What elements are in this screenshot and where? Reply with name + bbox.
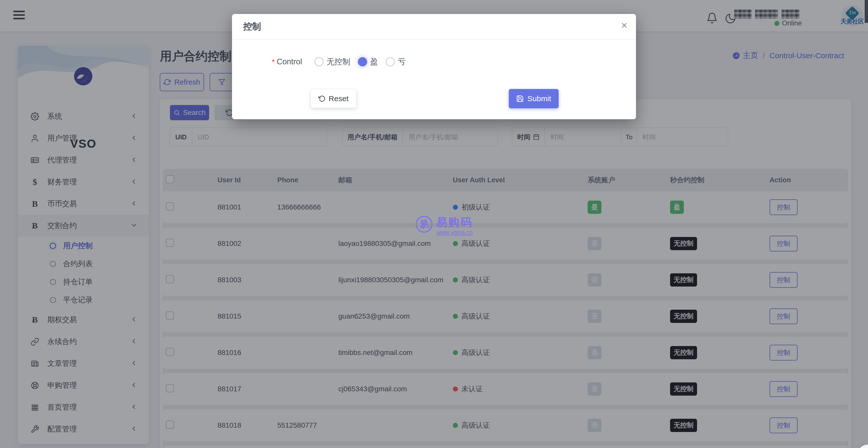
control-modal: 控制 × * Control 无控制 盈 亏 Reset [232, 14, 636, 119]
watermark-url: www.ygma.cn [437, 229, 473, 236]
control-field-label: Control [277, 57, 302, 66]
save-icon [516, 95, 524, 102]
modal-reset-button[interactable]: Reset [311, 90, 356, 108]
app-root: Online Tm 天美社区 VSO 系统 [0, 0, 868, 448]
watermark-logo-icon: 易 [414, 214, 434, 234]
radio-option-label: 无控制 [327, 57, 350, 67]
radio-icon[interactable] [386, 57, 395, 66]
control-field-row: * Control 无控制 盈 亏 [272, 57, 406, 67]
radio-option-lose[interactable]: 亏 [386, 57, 406, 67]
close-icon[interactable]: × [621, 20, 627, 31]
watermark-title: 易购码 [436, 215, 473, 230]
modal-reset-label: Reset [329, 94, 348, 103]
watermark: 易 易购码 www.ygma.cn [416, 215, 492, 238]
required-asterisk: * [272, 58, 275, 66]
modal-submit-button[interactable]: Submit [509, 89, 559, 108]
radio-option-no-control[interactable]: 无控制 [314, 57, 350, 67]
modal-submit-label: Submit [527, 94, 551, 103]
rotate-ccw-icon [318, 95, 326, 102]
radio-icon[interactable] [314, 57, 323, 66]
radio-icon[interactable] [358, 57, 367, 66]
radio-option-win[interactable]: 盈 [358, 57, 378, 67]
radio-option-label: 亏 [398, 57, 406, 67]
modal-title: 控制 [243, 21, 261, 33]
radio-option-label: 盈 [370, 57, 378, 67]
modal-header: 控制 × [232, 14, 636, 40]
